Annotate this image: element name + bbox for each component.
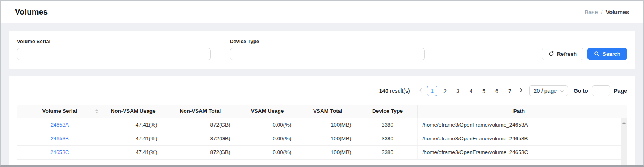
- column-header-device-type: Device Type: [358, 105, 417, 118]
- column-header-vsam-usage: VSAM Usage: [237, 105, 298, 118]
- cell-vsam-total: 100(MB): [298, 118, 358, 132]
- column-label: Volume Serial: [42, 108, 77, 114]
- cell-path: /home/oframe3/OpenFrame/volume_24653A: [417, 118, 621, 132]
- page-size-value: 20 / page: [534, 88, 557, 94]
- column-header-path: Path: [417, 105, 621, 118]
- sort-icon[interactable]: [95, 109, 98, 113]
- scroll-up-icon[interactable]: [622, 122, 626, 124]
- page-title: Volumes: [15, 7, 48, 17]
- search-button[interactable]: Search: [587, 48, 627, 60]
- volumes-panel: 140 result(s) 1234567 20 / page: [9, 76, 635, 167]
- cell-device-type: 3380: [358, 118, 417, 132]
- table-row: 24653C47.41(%)872(GB)0.00(%)100(MB)3380/…: [17, 145, 627, 159]
- results-number: 140: [379, 88, 388, 94]
- column-header-non-vsam-total: Non-VSAM Total: [164, 105, 237, 118]
- cell-device-type: 3380: [358, 132, 417, 145]
- cell-volume-serial: 24653B: [17, 132, 103, 145]
- goto-page-input[interactable]: [592, 85, 610, 96]
- volume-serial-input[interactable]: [17, 48, 211, 60]
- volume-serial-link[interactable]: 24653B: [50, 136, 69, 141]
- search-actions: Refresh Search: [542, 48, 627, 60]
- pagination-page-6[interactable]: 6: [492, 86, 502, 96]
- search-button-label: Search: [603, 51, 620, 57]
- column-header-non-vsam-usage: Non-VSAM Usage: [103, 105, 164, 118]
- pagination-page-3[interactable]: 3: [453, 86, 463, 96]
- chevron-left-icon: [419, 88, 423, 94]
- cell-vsam-usage: 0.00(%): [237, 118, 298, 132]
- pagination-page-5[interactable]: 5: [479, 86, 489, 96]
- pagination-page-4[interactable]: 4: [466, 86, 476, 96]
- page-content: Volume Serial Device Type Refresh: [1, 23, 643, 167]
- breadcrumb: Base / Volumes: [585, 9, 629, 15]
- cell-path: /home/oframe3/OpenFrame/volume_24653B: [417, 132, 621, 145]
- column-label: Device Type: [372, 108, 403, 114]
- cell-vsam-total: 100(MB): [298, 132, 358, 145]
- column-header-volume-serial[interactable]: Volume Serial: [17, 105, 103, 118]
- cell-device-type: 3380: [358, 145, 417, 159]
- column-label: Non-VSAM Total: [180, 108, 221, 114]
- page-header: Volumes Base / Volumes: [1, 1, 643, 23]
- cell-non-vsam-total: 872(GB): [164, 132, 237, 145]
- cell-non-vsam-usage: 47.41(%): [103, 132, 164, 145]
- volumes-table: Volume SerialNon-VSAM UsageNon-VSAM Tota…: [17, 105, 627, 160]
- breadcrumb-separator: /: [601, 9, 603, 15]
- device-type-field-group: Device Type: [230, 39, 425, 60]
- device-type-label: Device Type: [230, 39, 425, 44]
- search-panel: Volume Serial Device Type Refresh: [9, 31, 635, 69]
- results-suffix: result(s): [388, 88, 410, 94]
- volume-serial-link[interactable]: 24653A: [50, 122, 69, 128]
- table-header-row: Volume SerialNon-VSAM UsageNon-VSAM Tota…: [17, 105, 627, 118]
- refresh-button[interactable]: Refresh: [542, 48, 583, 60]
- cell-vsam-usage: 0.00(%): [237, 132, 298, 145]
- search-icon: [594, 51, 600, 57]
- cell-volume-serial: 24653C: [17, 145, 103, 159]
- pagination-page-2[interactable]: 2: [440, 86, 450, 96]
- column-label: Path: [513, 108, 525, 114]
- volumes-table-wrap: Volume SerialNon-VSAM UsageNon-VSAM Tota…: [17, 105, 627, 167]
- app-window: Volumes Base / Volumes Volume Serial Dev…: [0, 0, 644, 167]
- column-header-vsam-total: VSAM Total: [298, 105, 358, 118]
- column-label: VSAM Total: [313, 108, 342, 114]
- breadcrumb-current: Volumes: [606, 9, 629, 15]
- cell-volume-serial: 24653A: [17, 118, 103, 132]
- refresh-icon: [548, 51, 554, 57]
- pagination-page-1[interactable]: 1: [427, 86, 437, 96]
- table-scrollbar[interactable]: [621, 118, 627, 167]
- column-label: Non-VSAM Usage: [111, 108, 155, 114]
- cell-non-vsam-usage: 47.41(%): [103, 118, 164, 132]
- results-count: 140 result(s): [379, 88, 410, 94]
- cell-non-vsam-total: 872(GB): [164, 145, 237, 159]
- volume-serial-link[interactable]: 24653C: [50, 149, 69, 155]
- table-row: 24653A47.41(%)872(GB)0.00(%)100(MB)3380/…: [17, 118, 627, 132]
- column-label: VSAM Usage: [251, 108, 284, 114]
- table-body: 24653A47.41(%)872(GB)0.00(%)100(MB)3380/…: [17, 118, 627, 159]
- cell-vsam-total: 100(MB): [298, 145, 358, 159]
- pagination-prev-button[interactable]: [416, 86, 426, 96]
- refresh-button-label: Refresh: [557, 51, 577, 57]
- pagination-pages: 1234567: [426, 86, 517, 96]
- device-type-input[interactable]: [230, 48, 425, 60]
- pagination-next-button[interactable]: [517, 86, 526, 96]
- cell-non-vsam-total: 872(GB): [164, 118, 237, 132]
- cell-non-vsam-usage: 47.41(%): [103, 145, 164, 159]
- scrollbar-header-spacer: [621, 105, 627, 118]
- page-size-select[interactable]: 20 / page: [529, 85, 568, 96]
- pagination: 140 result(s) 1234567 20 / page: [17, 85, 627, 96]
- breadcrumb-parent[interactable]: Base: [585, 9, 598, 15]
- volume-serial-field-group: Volume Serial: [17, 39, 211, 60]
- goto-label: Go to: [574, 88, 588, 94]
- volume-serial-label: Volume Serial: [17, 39, 211, 44]
- table-row: 24653B47.41(%)872(GB)0.00(%)100(MB)3380/…: [17, 132, 627, 145]
- page-label: Page: [614, 88, 627, 94]
- cell-path: /home/oframe3/OpenFrame/volume_24653C: [417, 145, 621, 159]
- cell-vsam-usage: 0.00(%): [237, 145, 298, 159]
- pagination-page-7[interactable]: 7: [505, 86, 515, 96]
- chevron-right-icon: [519, 88, 523, 94]
